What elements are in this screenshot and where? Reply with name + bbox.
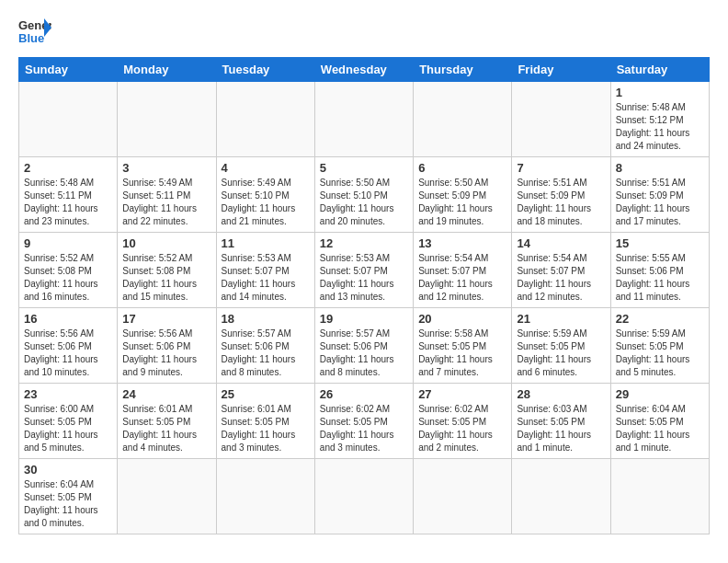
calendar-cell: 5Sunrise: 5:50 AM Sunset: 5:10 PM Daylig… xyxy=(314,157,413,233)
day-number: 16 xyxy=(24,312,112,326)
day-number: 2 xyxy=(24,161,112,175)
day-header-friday: Friday xyxy=(512,58,610,82)
cell-info: Sunrise: 6:00 AM Sunset: 5:05 PM Dayligh… xyxy=(24,403,112,454)
cell-info: Sunrise: 6:03 AM Sunset: 5:05 PM Dayligh… xyxy=(517,403,605,454)
calendar-cell: 23Sunrise: 6:00 AM Sunset: 5:05 PM Dayli… xyxy=(19,384,118,459)
day-number: 9 xyxy=(24,236,112,250)
cell-info: Sunrise: 5:57 AM Sunset: 5:06 PM Dayligh… xyxy=(222,327,310,379)
day-header-monday: Monday xyxy=(118,58,216,82)
day-header-saturday: Saturday xyxy=(610,58,709,82)
cell-info: Sunrise: 5:48 AM Sunset: 5:12 PM Dayligh… xyxy=(616,101,704,153)
cell-info: Sunrise: 5:50 AM Sunset: 5:10 PM Dayligh… xyxy=(320,177,408,228)
cell-info: Sunrise: 5:58 AM Sunset: 5:05 PM Dayligh… xyxy=(418,327,506,379)
header: General Blue xyxy=(18,15,710,48)
week-row-5: 30Sunrise: 6:04 AM Sunset: 5:05 PM Dayli… xyxy=(19,459,710,534)
calendar-cell: 19Sunrise: 5:57 AM Sunset: 5:06 PM Dayli… xyxy=(314,308,413,384)
calendar-cell xyxy=(216,459,314,534)
calendar-cell: 29Sunrise: 6:04 AM Sunset: 5:05 PM Dayli… xyxy=(610,384,709,459)
calendar-cell: 10Sunrise: 5:52 AM Sunset: 5:08 PM Dayli… xyxy=(118,233,216,308)
day-number: 8 xyxy=(616,161,704,175)
cell-info: Sunrise: 5:49 AM Sunset: 5:11 PM Dayligh… xyxy=(122,177,210,228)
day-number: 5 xyxy=(320,161,408,175)
calendar-cell: 27Sunrise: 6:02 AM Sunset: 5:05 PM Dayli… xyxy=(414,384,512,459)
day-header-wednesday: Wednesday xyxy=(314,58,413,82)
day-number: 10 xyxy=(122,236,210,250)
day-number: 15 xyxy=(616,236,704,250)
logo-icon: General Blue xyxy=(18,15,51,48)
day-number: 23 xyxy=(24,387,112,401)
calendar-cell xyxy=(118,82,216,157)
cell-info: Sunrise: 6:01 AM Sunset: 5:05 PM Dayligh… xyxy=(222,403,310,454)
cell-info: Sunrise: 6:01 AM Sunset: 5:05 PM Dayligh… xyxy=(122,403,210,454)
day-number: 26 xyxy=(320,387,408,401)
calendar-cell xyxy=(314,459,413,534)
week-row-4: 23Sunrise: 6:00 AM Sunset: 5:05 PM Dayli… xyxy=(19,384,710,459)
cell-info: Sunrise: 6:02 AM Sunset: 5:05 PM Dayligh… xyxy=(320,403,408,454)
calendar-cell: 12Sunrise: 5:53 AM Sunset: 5:07 PM Dayli… xyxy=(314,233,413,308)
day-number: 13 xyxy=(418,236,506,250)
day-number: 7 xyxy=(517,161,605,175)
calendar-cell xyxy=(216,82,314,157)
cell-info: Sunrise: 5:51 AM Sunset: 5:09 PM Dayligh… xyxy=(517,177,605,228)
cell-info: Sunrise: 5:52 AM Sunset: 5:08 PM Dayligh… xyxy=(24,252,112,304)
cell-info: Sunrise: 6:04 AM Sunset: 5:05 PM Dayligh… xyxy=(616,403,704,454)
calendar-cell: 9Sunrise: 5:52 AM Sunset: 5:08 PM Daylig… xyxy=(19,233,118,308)
cell-info: Sunrise: 5:57 AM Sunset: 5:06 PM Dayligh… xyxy=(320,327,408,379)
calendar-cell: 22Sunrise: 5:59 AM Sunset: 5:05 PM Dayli… xyxy=(610,308,709,384)
calendar-cell: 30Sunrise: 6:04 AM Sunset: 5:05 PM Dayli… xyxy=(19,459,118,534)
cell-info: Sunrise: 6:04 AM Sunset: 5:05 PM Dayligh… xyxy=(24,478,112,530)
calendar-cell xyxy=(414,82,512,157)
cell-info: Sunrise: 5:54 AM Sunset: 5:07 PM Dayligh… xyxy=(517,252,605,304)
day-number: 19 xyxy=(320,312,408,326)
calendar-cell xyxy=(512,82,610,157)
calendar-cell: 4Sunrise: 5:49 AM Sunset: 5:10 PM Daylig… xyxy=(216,157,314,233)
day-number: 22 xyxy=(616,312,704,326)
day-number: 14 xyxy=(517,236,605,250)
calendar-cell: 13Sunrise: 5:54 AM Sunset: 5:07 PM Dayli… xyxy=(414,233,512,308)
svg-text:Blue: Blue xyxy=(18,31,44,45)
day-header-tuesday: Tuesday xyxy=(216,58,314,82)
calendar-cell xyxy=(19,82,118,157)
day-number: 1 xyxy=(616,86,704,99)
cell-info: Sunrise: 5:56 AM Sunset: 5:06 PM Dayligh… xyxy=(122,327,210,379)
calendar-cell: 25Sunrise: 6:01 AM Sunset: 5:05 PM Dayli… xyxy=(216,384,314,459)
cell-info: Sunrise: 5:54 AM Sunset: 5:07 PM Dayligh… xyxy=(418,252,506,304)
week-row-3: 16Sunrise: 5:56 AM Sunset: 5:06 PM Dayli… xyxy=(19,308,710,384)
calendar-cell xyxy=(414,459,512,534)
day-number: 20 xyxy=(418,312,506,326)
day-number: 18 xyxy=(222,312,310,326)
calendar-cell: 3Sunrise: 5:49 AM Sunset: 5:11 PM Daylig… xyxy=(118,157,216,233)
cell-info: Sunrise: 5:56 AM Sunset: 5:06 PM Dayligh… xyxy=(24,327,112,379)
calendar-cell: 2Sunrise: 5:48 AM Sunset: 5:11 PM Daylig… xyxy=(19,157,118,233)
day-number: 11 xyxy=(222,236,310,250)
day-number: 21 xyxy=(517,312,605,326)
calendar-cell: 24Sunrise: 6:01 AM Sunset: 5:05 PM Dayli… xyxy=(118,384,216,459)
day-number: 6 xyxy=(418,161,506,175)
days-header-row: SundayMondayTuesdayWednesdayThursdayFrid… xyxy=(19,58,710,82)
day-number: 3 xyxy=(122,161,210,175)
calendar-cell: 28Sunrise: 6:03 AM Sunset: 5:05 PM Dayli… xyxy=(512,384,610,459)
calendar-cell: 26Sunrise: 6:02 AM Sunset: 5:05 PM Dayli… xyxy=(314,384,413,459)
cell-info: Sunrise: 5:53 AM Sunset: 5:07 PM Dayligh… xyxy=(320,252,408,304)
calendar-body: 1Sunrise: 5:48 AM Sunset: 5:12 PM Daylig… xyxy=(19,82,710,534)
calendar-cell xyxy=(118,459,216,534)
cell-info: Sunrise: 6:02 AM Sunset: 5:05 PM Dayligh… xyxy=(418,403,506,454)
calendar-cell: 16Sunrise: 5:56 AM Sunset: 5:06 PM Dayli… xyxy=(19,308,118,384)
day-number: 12 xyxy=(320,236,408,250)
cell-info: Sunrise: 5:55 AM Sunset: 5:06 PM Dayligh… xyxy=(616,252,704,304)
calendar-cell: 15Sunrise: 5:55 AM Sunset: 5:06 PM Dayli… xyxy=(610,233,709,308)
cell-info: Sunrise: 5:51 AM Sunset: 5:09 PM Dayligh… xyxy=(616,177,704,228)
calendar-cell: 20Sunrise: 5:58 AM Sunset: 5:05 PM Dayli… xyxy=(414,308,512,384)
cell-info: Sunrise: 5:59 AM Sunset: 5:05 PM Dayligh… xyxy=(517,327,605,379)
calendar-cell: 7Sunrise: 5:51 AM Sunset: 5:09 PM Daylig… xyxy=(512,157,610,233)
cell-info: Sunrise: 5:53 AM Sunset: 5:07 PM Dayligh… xyxy=(222,252,310,304)
day-number: 24 xyxy=(122,387,210,401)
calendar-cell: 11Sunrise: 5:53 AM Sunset: 5:07 PM Dayli… xyxy=(216,233,314,308)
week-row-2: 9Sunrise: 5:52 AM Sunset: 5:08 PM Daylig… xyxy=(19,233,710,308)
calendar-cell: 6Sunrise: 5:50 AM Sunset: 5:09 PM Daylig… xyxy=(414,157,512,233)
calendar-cell xyxy=(512,459,610,534)
day-number: 28 xyxy=(517,387,605,401)
day-number: 25 xyxy=(222,387,310,401)
calendar-table: SundayMondayTuesdayWednesdayThursdayFrid… xyxy=(18,57,710,534)
day-header-thursday: Thursday xyxy=(414,58,512,82)
